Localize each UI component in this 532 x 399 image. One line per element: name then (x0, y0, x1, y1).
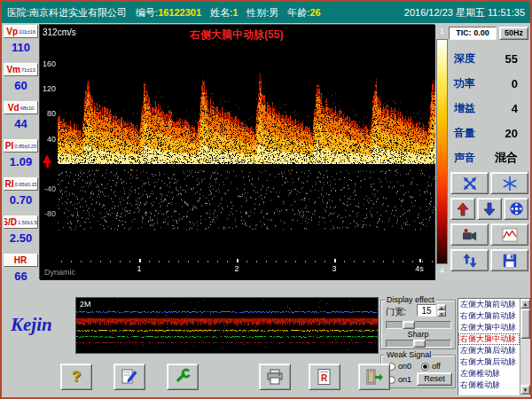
param-depth: 深度 55 (450, 46, 528, 71)
param-value: 20 (505, 127, 518, 140)
measurement-box: Vp 101±16 (4, 25, 38, 38)
floppy-disk-icon (502, 253, 518, 269)
question-mark-icon: ? (72, 368, 81, 386)
waveform-chart-icon (501, 228, 519, 242)
trend-chart-button[interactable] (490, 223, 528, 246)
edit-report-button[interactable] (113, 364, 145, 390)
baseline-arrow-icon[interactable] (43, 154, 51, 163)
slider-thumb[interactable] (413, 340, 426, 348)
patient-name-value: 1 (232, 7, 238, 18)
reset-button[interactable]: Reset (417, 372, 452, 386)
param-value: 0 (512, 77, 518, 90)
cine-loop-button[interactable] (504, 198, 528, 220)
scroll-down-icon[interactable]: ▼ (520, 385, 530, 395)
print-button[interactable] (259, 364, 291, 390)
freeze-button[interactable] (490, 172, 528, 194)
mmode-display[interactable]: 2M (75, 297, 379, 354)
acquisition-parameters: 深度 55 功率 0 增益 4 音量 20 声音 混合 (450, 46, 528, 170)
measurement-ref: 0.65±0.15 (15, 182, 37, 187)
measurement-hr: HR 66 (3, 254, 39, 292)
measurement-value: 2.50 (3, 231, 39, 245)
param-label: 音量 (454, 126, 475, 141)
depth-up-button[interactable] (450, 198, 475, 220)
measurement-box: Vd 48±10 (4, 101, 38, 114)
sharp-label: Sharp (381, 330, 455, 339)
weak-signal-on0-radio[interactable]: on0 (387, 362, 411, 371)
tic-display: TIC: 0.00 (449, 27, 497, 40)
probe-frequency-label: 2M (80, 300, 91, 309)
vessel-item[interactable]: 左侧大脑前动脉 (458, 299, 520, 310)
measurement-ref: 101±16 (19, 29, 35, 35)
up-arrow-icon (457, 202, 469, 216)
weak-signal-on1-radio[interactable]: on1 (387, 375, 411, 384)
measurement-label: RI (5, 180, 14, 189)
report-letter: R (321, 373, 328, 383)
film-reel-icon (509, 201, 524, 216)
settings-wrench-button[interactable] (167, 364, 199, 390)
scroll-thumb[interactable] (520, 309, 530, 339)
param-power: 功率 0 (450, 71, 528, 96)
vessel-items: 左侧大脑前动脉 右侧大脑前动脉 左侧大脑中动脉 右侧大脑中动脉 左侧大脑后动脉 … (458, 299, 520, 395)
gate-width-value[interactable]: 15 (417, 304, 436, 317)
vessel-item[interactable]: 右侧大脑后动脉 (458, 356, 520, 368)
param-label: 声音 (454, 151, 475, 166)
vessel-item[interactable]: 左侧大脑后动脉 (458, 345, 520, 356)
measurement-panel: Vp 101±16 110 Vm 71±13 60 Vd 48±10 44 PI… (3, 25, 39, 292)
measurement-ref: 48±10 (20, 106, 35, 111)
up-down-arrows-icon (461, 253, 479, 269)
spectrum-canvas[interactable] (40, 25, 435, 280)
measurement-vd: Vd 48±10 44 (3, 101, 39, 139)
weak-signal-group: Weak Signal on0 off on1 Reset (380, 355, 456, 388)
report-r-icon: R (316, 368, 333, 386)
scroll-up-icon[interactable]: ▲ (520, 299, 530, 309)
measurement-vm: Vm 71±13 60 (3, 63, 39, 101)
group-title: Weak Signal (385, 350, 433, 359)
vessel-item-selected[interactable]: 右侧大脑中动脉 (458, 333, 520, 345)
tcd-application-window: 医院: 南京科进实业有限公司 编号: 16122301 姓名: 1 性别: 男 … (0, 0, 532, 399)
radio-label: on0 (398, 362, 411, 371)
pan-button[interactable] (450, 172, 489, 194)
invert-spectrum-button[interactable] (450, 249, 489, 271)
measurement-sd: S/D 1.50±1.50 2.50 (3, 215, 39, 254)
video-camera-icon (461, 228, 479, 242)
param-gain: 增益 4 (450, 96, 528, 121)
param-value: 4 (512, 102, 518, 115)
measurement-value: 66 (3, 270, 39, 283)
measurement-value: 110 (3, 41, 39, 54)
vessel-item[interactable]: 左侧椎动脉 (458, 368, 520, 379)
measurement-label: PI (5, 142, 13, 151)
vessel-item[interactable]: 左侧大脑中动脉 (458, 322, 520, 333)
record-button[interactable] (450, 223, 489, 246)
param-sound: 声音 混合 (450, 145, 528, 170)
exit-button[interactable] (358, 364, 390, 390)
mmode-canvas[interactable] (76, 298, 378, 353)
report-button[interactable]: R (309, 364, 340, 390)
measurement-label: S/D (4, 218, 17, 227)
patient-id-value: 16122301 (158, 7, 201, 18)
depth-down-button[interactable] (477, 198, 502, 220)
vessel-scrollbar[interactable]: ▲ ▼ (520, 299, 530, 395)
weak-signal-off-radio[interactable]: off (421, 362, 441, 371)
measurement-box: RI 0.65±0.15 (4, 177, 38, 191)
vessel-item[interactable]: 右侧椎动脉 (458, 379, 520, 391)
scroll-track[interactable] (520, 309, 530, 385)
vessel-item[interactable]: 右侧大脑前动脉 (458, 310, 520, 322)
intensity-colorbar (436, 39, 448, 264)
frequency-button[interactable]: 50Hz (499, 27, 528, 40)
measurement-value: 1.09 (3, 155, 39, 168)
gate-spin-down-icon[interactable]: ▼ (437, 310, 446, 317)
measurement-value: 0.70 (3, 193, 39, 207)
help-button[interactable]: ? (60, 364, 92, 390)
gate-spin-up-icon[interactable]: ▲ (437, 304, 446, 310)
save-button[interactable] (490, 249, 528, 271)
measurement-ri: RI 0.65±0.15 0.70 (3, 177, 39, 215)
effect-slider[interactable] (386, 321, 451, 329)
hospital-name: 南京科进实业有限公司 (29, 6, 127, 20)
measurement-label: Vd (8, 104, 20, 113)
slider-thumb[interactable] (403, 321, 415, 329)
sharp-slider[interactable] (386, 340, 451, 348)
spectral-doppler-display[interactable]: 312cm/s 右侧大脑中动脉(55) 160 120 80 40 -40 -8… (39, 24, 434, 279)
param-volume: 音量 20 (450, 121, 528, 145)
patient-info-bar: 医院: 南京科进实业有限公司 编号: 16122301 姓名: 1 性别: 男 … (2, 2, 530, 23)
colorbar-top-label: 1 (436, 27, 448, 35)
